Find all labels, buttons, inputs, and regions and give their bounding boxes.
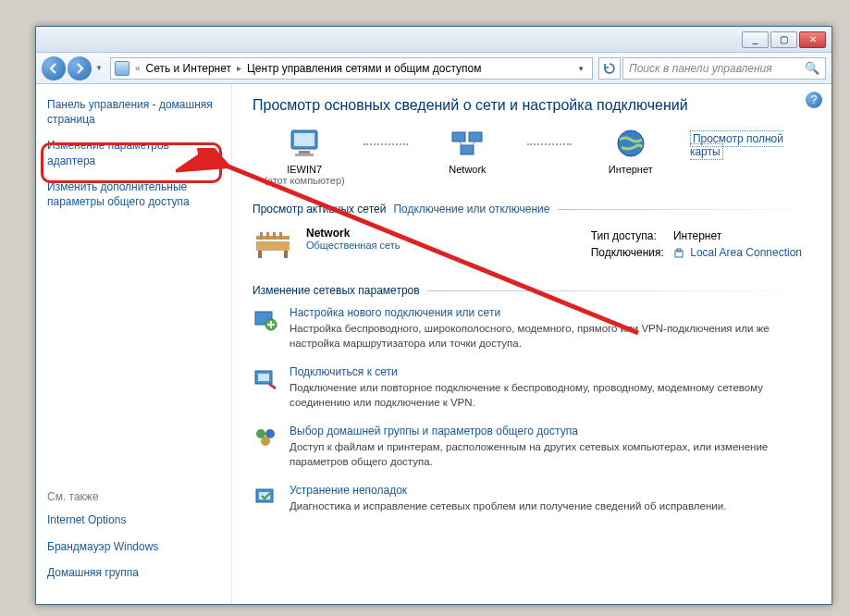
task-item: Подключиться к сети Подключение или повт…: [253, 365, 811, 410]
active-network-props: Тип доступа: Интернет Подключения: Local…: [589, 227, 811, 262]
see-also-internet-options[interactable]: Internet Options: [47, 512, 220, 527]
active-network-type-link[interactable]: Общественная сеть: [306, 240, 400, 251]
troubleshoot-icon: [253, 484, 278, 510]
homegroup-icon: [253, 425, 278, 450]
active-networks-heading: Просмотр активных сетей Подключение или …: [253, 203, 811, 216]
task-item: Выбор домашней группы и параметров общег…: [253, 425, 811, 469]
control-panel-icon: [115, 61, 129, 76]
task-connect-desc: Подключение или повторное подключение к …: [289, 381, 811, 410]
svg-rect-12: [258, 251, 262, 258]
map-this-pc-sub: (этот компьютер): [253, 175, 356, 186]
see-also-firewall[interactable]: Брандмауэр Windows: [47, 539, 220, 554]
search-input[interactable]: Поиск в панели управления 🔍: [622, 57, 826, 80]
active-network-name: Network: [306, 227, 400, 240]
breadcrumb-seg-1[interactable]: Сеть и Интернет: [146, 62, 231, 75]
svg-rect-13: [284, 251, 288, 258]
svg-point-9: [618, 130, 644, 156]
svg-rect-5: [469, 132, 482, 142]
nav-history-dropdown[interactable]: ▼: [93, 58, 105, 79]
svg-rect-3: [295, 154, 314, 156]
connect-disconnect-link[interactable]: Подключение или отключение: [393, 203, 549, 216]
page-title: Просмотр основных сведений о сети и наст…: [253, 97, 811, 114]
task-troubleshoot-desc: Диагностика и исправление сетевых пробле…: [289, 499, 726, 514]
see-also-block: См. также Internet Options Брандмауэр Wi…: [47, 490, 220, 591]
svg-point-26: [261, 437, 270, 446]
svg-rect-4: [452, 132, 465, 142]
maximize-button[interactable]: ▢: [770, 31, 797, 48]
navbar: ▼ « Сеть и Интернет ▸ Центр управления с…: [36, 53, 832, 84]
titlebar: _ ▢ ✕: [36, 27, 832, 53]
refresh-button[interactable]: [598, 57, 621, 80]
svg-rect-16: [273, 232, 276, 240]
task-homegroup-desc: Доступ к файлам и принтерам, расположенн…: [289, 440, 811, 469]
map-connector-2: [527, 143, 572, 145]
svg-rect-11: [256, 241, 289, 251]
svg-rect-2: [299, 151, 310, 154]
map-network-name: Network: [415, 164, 519, 175]
access-type-value: Интернет: [673, 228, 809, 243]
breadcrumb-prefix: «: [133, 63, 142, 73]
window-body: Панель управления - домашняя страница Из…: [36, 84, 832, 604]
access-type-label: Тип доступа:: [591, 228, 671, 243]
connection-link[interactable]: Local Area Connection: [690, 246, 802, 259]
task-item: Настройка нового подключения или сети На…: [253, 306, 811, 351]
connections-label: Подключения:: [591, 245, 671, 260]
view-full-map-link[interactable]: Просмотр полной карты: [690, 130, 783, 160]
content-pane: ? Просмотр основных сведений о сети и на…: [232, 84, 832, 604]
forward-button[interactable]: [68, 56, 92, 80]
help-icon[interactable]: ?: [806, 92, 822, 108]
svg-rect-15: [266, 232, 269, 240]
task-new-connection-link[interactable]: Настройка нового подключения или сети: [289, 306, 811, 319]
change-settings-label: Изменение сетевых параметров: [253, 284, 420, 297]
breadcrumb-seg-2[interactable]: Центр управления сетями и общим доступом: [247, 62, 482, 75]
globe-icon: [612, 127, 649, 160]
new-connection-icon: [253, 306, 278, 332]
sidebar: Панель управления - домашняя страница Из…: [36, 84, 232, 604]
active-network-item: Network Общественная сеть Тип доступа: И…: [253, 223, 811, 271]
bench-icon: [253, 227, 293, 262]
network-map-row: IEWIN7 (этот компьютер) Network Интернет: [253, 127, 811, 186]
see-also-homegroup[interactable]: Домашняя группа: [47, 565, 220, 580]
sidebar-advanced-sharing-link[interactable]: Изменить дополнительные параметры общего…: [47, 179, 220, 209]
task-troubleshoot-link[interactable]: Устранение неполадок: [289, 484, 726, 497]
close-button[interactable]: ✕: [799, 31, 826, 48]
change-settings-heading: Изменение сетевых параметров: [253, 284, 811, 297]
ethernet-icon: [673, 248, 684, 259]
task-homegroup-link[interactable]: Выбор домашней группы и параметров общег…: [289, 425, 811, 437]
back-button[interactable]: [42, 56, 66, 80]
task-item: Устранение неполадок Диагностика и испра…: [253, 484, 811, 514]
map-node-internet: Интернет: [579, 127, 683, 175]
window-frame: _ ▢ ✕ ▼ « Сеть и Интернет ▸ Центр управл…: [35, 26, 832, 605]
svg-rect-23: [258, 374, 269, 381]
svg-rect-1: [294, 133, 314, 146]
map-node-this-pc: IEWIN7 (этот компьютер): [253, 127, 356, 186]
task-connect-link[interactable]: Подключиться к сети: [289, 365, 811, 378]
map-node-network: Network: [415, 127, 519, 175]
breadcrumb-chevron-icon: ▸: [235, 63, 243, 73]
sidebar-adapter-settings-link[interactable]: Изменение параметров адаптера: [47, 138, 220, 167]
map-this-pc-name: IEWIN7: [253, 164, 356, 175]
address-bar[interactable]: « Сеть и Интернет ▸ Центр управления сет…: [110, 57, 593, 80]
minimize-button[interactable]: _: [742, 31, 769, 48]
address-dropdown[interactable]: ▾: [573, 64, 588, 73]
map-internet-name: Интернет: [579, 164, 683, 175]
sidebar-home-link[interactable]: Панель управления - домашняя страница: [47, 97, 220, 127]
computer-icon: [286, 127, 323, 160]
search-icon: 🔍: [805, 61, 819, 75]
connect-network-icon: [253, 365, 278, 391]
task-new-connection-desc: Настройка беспроводного, широкополосного…: [289, 322, 811, 351]
network-icon: [449, 127, 486, 160]
see-also-heading: См. также: [47, 490, 220, 503]
map-connector: [363, 143, 408, 145]
active-networks-label: Просмотр активных сетей: [253, 203, 386, 216]
svg-rect-14: [260, 232, 263, 240]
svg-rect-17: [279, 232, 282, 240]
search-placeholder: Поиск в панели управления: [629, 62, 772, 75]
